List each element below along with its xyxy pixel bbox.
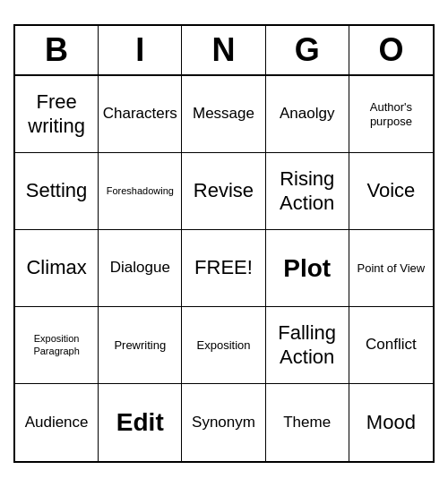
- cell-text: Exposition Paragraph: [19, 333, 94, 356]
- bingo-letter-i: I: [99, 26, 182, 74]
- cell-r2-c3[interactable]: Revise: [182, 153, 265, 230]
- cell-r4-c4[interactable]: Falling Action: [266, 307, 349, 384]
- cell-text: Prewriting: [114, 338, 166, 353]
- cell-r5-c5[interactable]: Mood: [349, 384, 433, 461]
- cell-r3-c3[interactable]: FREE!: [182, 230, 265, 307]
- cell-r3-c5[interactable]: Point of View: [349, 230, 433, 307]
- bingo-header: BINGO: [15, 26, 433, 76]
- cell-r1-c5[interactable]: Author's purpose: [349, 76, 433, 153]
- cell-r5-c4[interactable]: Theme: [266, 384, 349, 461]
- cell-r4-c5[interactable]: Conflict: [349, 307, 433, 384]
- cell-text: Free writing: [19, 90, 94, 138]
- cell-text: Characters: [103, 105, 177, 123]
- bingo-letter-g: G: [266, 26, 349, 74]
- cell-r2-c4[interactable]: Rising Action: [266, 153, 349, 230]
- bingo-grid: Free writingCharactersMessageAnaolgyAuth…: [15, 76, 433, 461]
- cell-text: Exposition: [197, 338, 251, 353]
- cell-text: Dialogue: [110, 259, 170, 277]
- cell-text: Synonym: [192, 414, 255, 431]
- cell-text: Falling Action: [270, 321, 345, 369]
- cell-text: Climax: [26, 256, 86, 279]
- cell-r4-c3[interactable]: Exposition: [182, 307, 265, 384]
- bingo-card: BINGO Free writingCharactersMessageAnaol…: [13, 24, 435, 463]
- cell-r1-c2[interactable]: Characters: [99, 76, 182, 153]
- cell-r2-c1[interactable]: Setting: [15, 153, 99, 230]
- cell-text: Edit: [116, 407, 164, 438]
- cell-r1-c4[interactable]: Anaolgy: [266, 76, 349, 153]
- cell-text: Author's purpose: [353, 100, 429, 128]
- cell-r2-c2[interactable]: Foreshadowing: [99, 153, 182, 230]
- cell-r4-c2[interactable]: Prewriting: [99, 307, 182, 384]
- cell-r2-c5[interactable]: Voice: [349, 153, 433, 230]
- cell-r3-c2[interactable]: Dialogue: [99, 230, 182, 307]
- cell-r3-c4[interactable]: Plot: [266, 230, 349, 307]
- cell-r4-c1[interactable]: Exposition Paragraph: [15, 307, 99, 384]
- cell-text: Revise: [194, 179, 254, 202]
- cell-r3-c1[interactable]: Climax: [15, 230, 99, 307]
- cell-text: Audience: [25, 414, 89, 431]
- cell-text: Rising Action: [270, 167, 345, 215]
- cell-r5-c2[interactable]: Edit: [99, 384, 182, 461]
- bingo-letter-n: N: [182, 26, 265, 74]
- bingo-letter-b: B: [15, 26, 99, 74]
- cell-r5-c1[interactable]: Audience: [15, 384, 99, 461]
- cell-text: Anaolgy: [280, 105, 334, 123]
- cell-text: Foreshadowing: [107, 185, 174, 197]
- cell-text: Point of View: [358, 261, 426, 276]
- bingo-letter-o: O: [349, 26, 433, 74]
- cell-text: Setting: [26, 179, 88, 202]
- cell-text: Theme: [283, 414, 331, 431]
- cell-r1-c3[interactable]: Message: [182, 76, 265, 153]
- cell-r5-c3[interactable]: Synonym: [182, 384, 265, 461]
- cell-text: Voice: [366, 179, 415, 202]
- cell-text: Conflict: [366, 336, 417, 354]
- cell-r1-c1[interactable]: Free writing: [15, 76, 99, 153]
- cell-text: FREE!: [194, 256, 253, 279]
- cell-text: Plot: [283, 253, 331, 284]
- cell-text: Message: [193, 105, 254, 123]
- cell-text: Mood: [366, 411, 416, 434]
